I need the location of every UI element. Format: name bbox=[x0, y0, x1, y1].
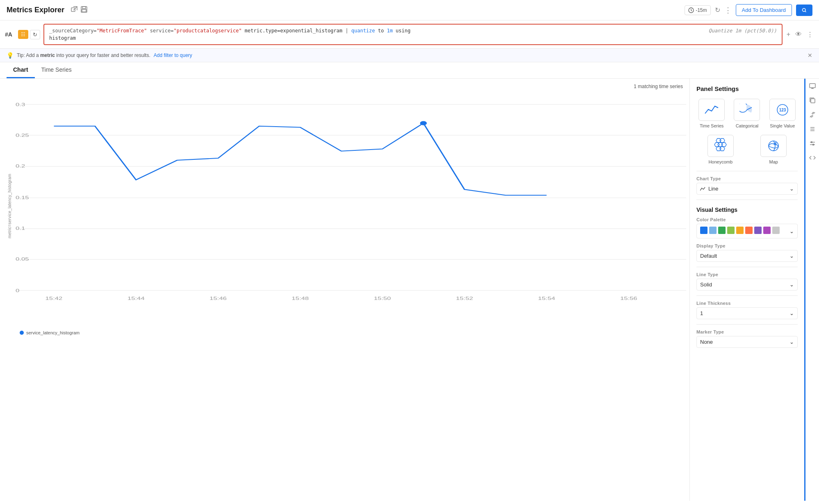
chart-type-map[interactable]: Map bbox=[750, 135, 798, 164]
chart-type-time-series[interactable]: Time Series bbox=[696, 99, 727, 128]
header-action-icons bbox=[71, 6, 87, 14]
monitor-icon[interactable] bbox=[809, 83, 816, 91]
query-add-button[interactable]: + bbox=[786, 30, 791, 39]
link-icon[interactable] bbox=[809, 111, 816, 119]
svg-text:0.3: 0.3 bbox=[16, 102, 25, 107]
query-type-button[interactable]: ☷ bbox=[18, 30, 28, 39]
divider-3 bbox=[696, 267, 798, 267]
chart-type-select[interactable]: Line ⌄ bbox=[696, 183, 798, 195]
svg-rect-3 bbox=[82, 9, 86, 12]
color-palette-label: Color Palette bbox=[696, 217, 798, 222]
query-actions: + 👁 ⋮ bbox=[786, 24, 814, 45]
time-series-chart-icon bbox=[704, 104, 719, 116]
query-refresh-button[interactable]: ↻ bbox=[30, 30, 40, 39]
svg-rect-0 bbox=[71, 8, 75, 11]
code-icon[interactable] bbox=[809, 154, 816, 162]
time-range-badge[interactable]: -15m bbox=[685, 5, 710, 15]
map-icon-box bbox=[760, 135, 787, 157]
share-icon[interactable] bbox=[71, 6, 77, 14]
single-value-icon-box: 123 bbox=[769, 99, 796, 121]
line-type-select[interactable]: Solid ⌄ bbox=[696, 279, 798, 291]
settings-icon[interactable] bbox=[809, 140, 816, 148]
svg-rect-40 bbox=[810, 84, 815, 88]
color-palette-swatches bbox=[700, 227, 780, 234]
chart-type-honeycomb[interactable]: Honeycomb bbox=[696, 135, 745, 164]
color-swatch-2 bbox=[709, 227, 717, 234]
svg-text:15:50: 15:50 bbox=[374, 296, 391, 301]
divider-5 bbox=[696, 324, 798, 325]
honeycomb-icon-box bbox=[708, 135, 734, 157]
svg-text:15:52: 15:52 bbox=[456, 296, 473, 301]
svg-text:0.2: 0.2 bbox=[16, 164, 25, 169]
page-title: Metrics Explorer bbox=[7, 6, 64, 14]
tab-time-series[interactable]: Time Series bbox=[35, 62, 78, 78]
line-type-wrapper: Solid ⌄ bbox=[696, 279, 798, 291]
color-swatch-1 bbox=[700, 227, 708, 234]
chart-area: 1 matching time series metric=service_la… bbox=[0, 79, 689, 501]
line-thickness-chevron: ⌄ bbox=[789, 310, 794, 316]
line-thickness-wrapper: 1 ⌄ bbox=[696, 307, 798, 319]
divider-4 bbox=[696, 295, 798, 296]
svg-text:0.1: 0.1 bbox=[16, 226, 25, 231]
svg-marker-34 bbox=[714, 143, 719, 147]
map-chart-icon bbox=[766, 140, 781, 152]
refresh-icon[interactable]: ↻ bbox=[715, 6, 720, 14]
query-box[interactable]: _sourceCategory="MetricFromTrace" servic… bbox=[43, 24, 783, 45]
chart-type-select-wrapper: Line ⌄ bbox=[696, 183, 798, 195]
color-swatch-5 bbox=[736, 227, 744, 234]
single-value-chart-icon: 123 bbox=[775, 104, 790, 116]
map-label: Map bbox=[769, 159, 778, 164]
display-type-wrapper: Default ⌄ bbox=[696, 250, 798, 262]
color-swatch-4 bbox=[727, 227, 735, 234]
chart-wrapper: metric=service_latency_histogram bbox=[3, 85, 686, 327]
search-button[interactable] bbox=[796, 5, 812, 16]
svg-text:15:44: 15:44 bbox=[127, 296, 145, 301]
line-thickness-label: Line Thickness bbox=[696, 301, 798, 306]
svg-text:0.15: 0.15 bbox=[16, 195, 29, 200]
chart-type-field-label: Chart Type bbox=[696, 176, 798, 181]
time-series-icon-box bbox=[698, 99, 725, 121]
marker-type-wrapper: None ⌄ bbox=[696, 336, 798, 348]
copy-icon[interactable] bbox=[809, 97, 816, 105]
line-type-icon bbox=[700, 186, 706, 191]
marker-type-select[interactable]: None ⌄ bbox=[696, 336, 798, 348]
color-swatch-8 bbox=[763, 227, 771, 234]
chart-type-single-value[interactable]: 123 Single Value bbox=[767, 99, 798, 128]
honeycomb-chart-icon bbox=[711, 137, 730, 155]
chart-legend: service_latency_histogram bbox=[3, 327, 686, 335]
svg-point-48 bbox=[812, 144, 814, 145]
tip-add-filter-link[interactable]: Add filter to query bbox=[154, 52, 192, 58]
query-text: _sourceCategory="MetricFromTrace" servic… bbox=[49, 28, 703, 34]
tip-close-button[interactable]: ✕ bbox=[808, 52, 812, 59]
line-thickness-select[interactable]: 1 ⌄ bbox=[696, 307, 798, 319]
line-type-label: Line Type bbox=[696, 272, 798, 277]
svg-marker-31 bbox=[720, 138, 725, 143]
display-type-select[interactable]: Default ⌄ bbox=[696, 250, 798, 262]
svg-text:0: 0 bbox=[16, 288, 20, 293]
svg-marker-36 bbox=[720, 147, 725, 151]
query-top: _sourceCategory="MetricFromTrace" servic… bbox=[49, 28, 777, 34]
honeycomb-label: Honeycomb bbox=[708, 159, 733, 164]
color-swatch-9 bbox=[772, 227, 780, 234]
svg-text:15:42: 15:42 bbox=[46, 296, 63, 301]
save-icon[interactable] bbox=[81, 6, 87, 14]
chart-type-categorical[interactable]: Categorical bbox=[732, 99, 762, 128]
more-options-icon[interactable]: ⋮ bbox=[724, 6, 732, 15]
query-eye-button[interactable]: 👁 bbox=[794, 30, 803, 39]
categorical-icon-box bbox=[734, 99, 760, 121]
color-swatch-3 bbox=[718, 227, 726, 234]
list-icon[interactable] bbox=[809, 126, 816, 134]
tip-icon: 💡 bbox=[7, 52, 14, 59]
marker-type-chevron: ⌄ bbox=[789, 339, 794, 345]
query-more-button[interactable]: ⋮ bbox=[806, 30, 814, 39]
add-to-dashboard-button[interactable]: Add To Dashboard bbox=[736, 4, 792, 16]
panel-settings: Panel Settings Time Series bbox=[689, 79, 804, 501]
header: Metrics Explorer -15m ↻ ⋮ Add To Dashboa… bbox=[0, 0, 819, 20]
tab-chart[interactable]: Chart bbox=[7, 62, 35, 78]
color-swatch-7 bbox=[754, 227, 762, 234]
color-palette-select[interactable]: ⌄ bbox=[696, 224, 798, 238]
y-axis-label-container: metric=service_latency_histogram bbox=[3, 85, 16, 327]
query-row: #A ☷ ↻ _sourceCategory="MetricFromTrace"… bbox=[0, 20, 819, 49]
tip-bar: 💡 Tip: Add a metric into your query for … bbox=[0, 49, 819, 62]
single-value-label: Single Value bbox=[770, 123, 795, 128]
